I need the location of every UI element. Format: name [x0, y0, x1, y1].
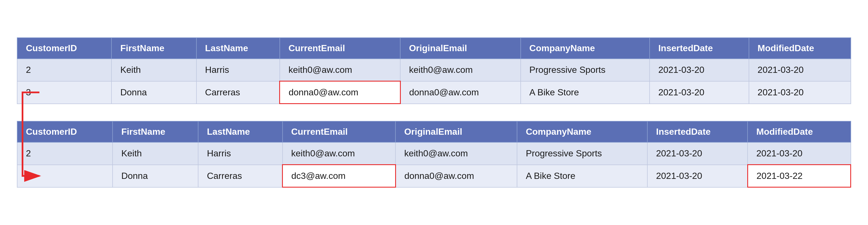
cell-firstname: Donna [112, 81, 196, 104]
cell-inserteddate: 2021-03-20 [650, 59, 749, 81]
col-firstname-after: FirstName [113, 121, 198, 142]
table-after: CustomerID FirstName LastName CurrentEma… [17, 121, 851, 188]
col-companyname-after: CompanyName [517, 121, 647, 142]
col-customerid-after: CustomerID [17, 121, 113, 142]
table-after-header-row: CustomerID FirstName LastName CurrentEma… [17, 121, 851, 142]
col-currentemail-before: CurrentEmail [280, 38, 400, 59]
col-modifieddate-after: ModifiedDate [748, 121, 850, 142]
cell-firstname: Keith [112, 59, 196, 81]
cell-currentemail: donna0@aw.com [280, 81, 400, 104]
col-firstname-before: FirstName [112, 38, 196, 59]
col-customerid-before: CustomerID [17, 38, 112, 59]
cell-customerid: 3 [17, 165, 113, 187]
table-before: CustomerID FirstName LastName CurrentEma… [17, 37, 851, 104]
cell-companyname: A Bike Store [517, 165, 647, 187]
table-row: 2KeithHarriskeith0@aw.comkeith0@aw.comPr… [17, 142, 851, 165]
cell-currentemail: keith0@aw.com [280, 59, 400, 81]
col-currentemail-after: CurrentEmail [283, 121, 396, 142]
cell-firstname: Donna [113, 165, 198, 187]
page-container: CustomerID FirstName LastName CurrentEma… [17, 37, 851, 188]
col-modifieddate-before: ModifiedDate [749, 38, 851, 59]
cell-currentemail: dc3@aw.com [283, 165, 396, 187]
col-originalemail-after: OriginalEmail [396, 121, 517, 142]
table-row: 3DonnaCarrerasdonna0@aw.comdonna0@aw.com… [17, 81, 851, 104]
table-after-section: CustomerID FirstName LastName CurrentEma… [17, 121, 851, 188]
col-originalemail-before: OriginalEmail [400, 38, 521, 59]
cell-originalemail: donna0@aw.com [400, 81, 521, 104]
cell-currentemail: keith0@aw.com [283, 142, 396, 165]
cell-customerid: 3 [17, 81, 112, 104]
cell-inserteddate: 2021-03-20 [647, 142, 748, 165]
cell-inserteddate: 2021-03-20 [650, 81, 749, 104]
cell-companyname: A Bike Store [521, 81, 650, 104]
col-lastname-after: LastName [198, 121, 282, 142]
col-inserteddate-before: InsertedDate [650, 38, 749, 59]
table-before-section: CustomerID FirstName LastName CurrentEma… [17, 37, 851, 104]
cell-modifieddate: 2021-03-20 [748, 142, 850, 165]
cell-originalemail: keith0@aw.com [400, 59, 521, 81]
cell-lastname: Harris [196, 59, 280, 81]
cell-lastname: Harris [198, 142, 282, 165]
table-row: 2KeithHarriskeith0@aw.comkeith0@aw.comPr… [17, 59, 851, 81]
cell-customerid: 2 [17, 59, 112, 81]
col-lastname-before: LastName [196, 38, 280, 59]
table-before-body: 2KeithHarriskeith0@aw.comkeith0@aw.comPr… [17, 59, 851, 104]
cell-firstname: Keith [113, 142, 198, 165]
cell-originalemail: keith0@aw.com [396, 142, 517, 165]
table-after-body: 2KeithHarriskeith0@aw.comkeith0@aw.comPr… [17, 142, 851, 187]
table-row: 3DonnaCarrerasdc3@aw.comdonna0@aw.comA B… [17, 165, 851, 187]
cell-companyname: Progressive Sports [517, 142, 647, 165]
cell-lastname: Carreras [196, 81, 280, 104]
cell-customerid: 2 [17, 142, 113, 165]
cell-modifieddate: 2021-03-20 [749, 59, 851, 81]
cell-modifieddate: 2021-03-22 [748, 165, 850, 187]
cell-originalemail: donna0@aw.com [396, 165, 517, 187]
cell-inserteddate: 2021-03-20 [647, 165, 748, 187]
cell-companyname: Progressive Sports [521, 59, 650, 81]
cell-modifieddate: 2021-03-20 [749, 81, 851, 104]
cell-lastname: Carreras [198, 165, 282, 187]
col-companyname-before: CompanyName [521, 38, 650, 59]
col-inserteddate-after: InsertedDate [647, 121, 748, 142]
table-before-header-row: CustomerID FirstName LastName CurrentEma… [17, 38, 851, 59]
